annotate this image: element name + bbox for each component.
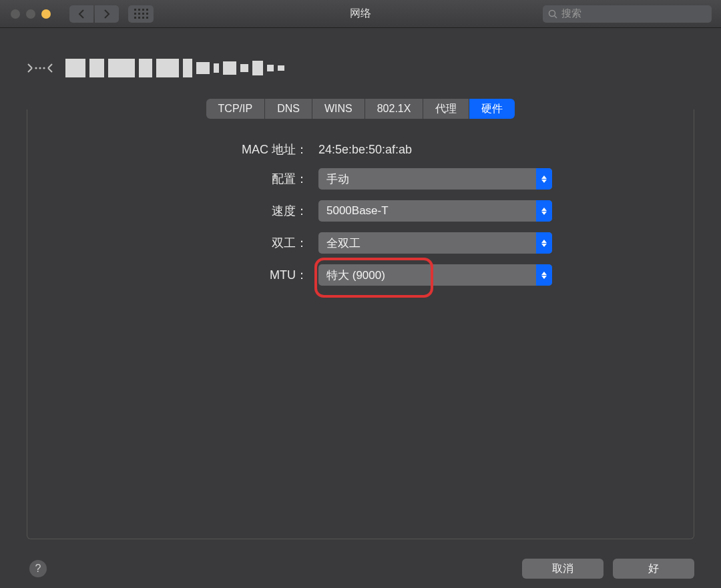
page-header (27, 56, 721, 80)
titlebar: 网络 搜索 (0, 0, 721, 28)
select-duplex[interactable]: 全双工 (318, 232, 552, 254)
updown-icon (536, 200, 552, 222)
row-config: 配置： 手动 (27, 168, 694, 190)
updown-icon (536, 168, 552, 190)
label-duplex: 双工： (27, 235, 318, 251)
svg-line-1 (555, 15, 557, 18)
ethernet-icon (27, 58, 53, 78)
label-config: 配置： (27, 171, 318, 187)
row-mac: MAC 地址： 24:5e:be:50:af:ab (27, 141, 694, 158)
hardware-form: MAC 地址： 24:5e:be:50:af:ab 配置： 手动 速度： 500… (27, 141, 694, 286)
row-duplex: 双工： 全双工 (27, 232, 694, 254)
search-placeholder: 搜索 (561, 7, 581, 20)
select-mtu-value: 特大 (9000) (326, 268, 385, 283)
label-mac: MAC 地址： (27, 141, 318, 158)
svg-point-4 (43, 67, 45, 69)
row-speed: 速度： 5000Base-T (27, 200, 694, 222)
updown-icon (536, 232, 552, 254)
label-speed: 速度： (27, 203, 318, 219)
show-all-button[interactable] (128, 5, 154, 23)
help-button[interactable]: ? (29, 560, 47, 577)
footer: ? 取消 好 (0, 559, 721, 579)
value-mac: 24:5e:be:50:af:ab (318, 143, 412, 157)
nav-history (69, 5, 119, 23)
ok-button[interactable]: 好 (613, 559, 694, 579)
select-speed[interactable]: 5000Base-T (318, 200, 552, 222)
interface-icon (27, 56, 53, 80)
select-mtu[interactable]: 特大 (9000) (318, 264, 552, 286)
chevron-left-icon (78, 9, 85, 19)
search-field[interactable]: 搜索 (543, 5, 712, 23)
select-config-value: 手动 (326, 172, 349, 187)
svg-point-0 (549, 10, 555, 16)
interface-name-redacted (65, 59, 284, 77)
select-config[interactable]: 手动 (318, 168, 552, 190)
search-icon (548, 9, 557, 19)
select-duplex-value: 全双工 (326, 236, 360, 251)
updown-icon (536, 264, 552, 286)
svg-point-3 (39, 67, 41, 69)
grid-icon (134, 9, 148, 19)
select-speed-value: 5000Base-T (326, 204, 389, 218)
nav-back-button[interactable] (69, 5, 93, 23)
cancel-button[interactable]: 取消 (522, 559, 604, 579)
label-mtu: MTU： (27, 267, 318, 283)
preferences-window: 网络 搜索 TCP/IP DNS WINS 802.1X (0, 0, 721, 588)
traffic-lights (11, 9, 51, 19)
window-zoom-button[interactable] (41, 9, 51, 19)
window-close-button[interactable] (11, 9, 20, 19)
svg-point-2 (35, 67, 37, 69)
row-mtu: MTU： 特大 (9000) (27, 264, 694, 286)
window-minimize-button[interactable] (26, 9, 35, 19)
content-panel: MAC 地址： 24:5e:be:50:af:ab 配置： 手动 速度： 500… (27, 109, 694, 539)
nav-forward-button[interactable] (95, 5, 119, 23)
chevron-right-icon (103, 9, 110, 19)
